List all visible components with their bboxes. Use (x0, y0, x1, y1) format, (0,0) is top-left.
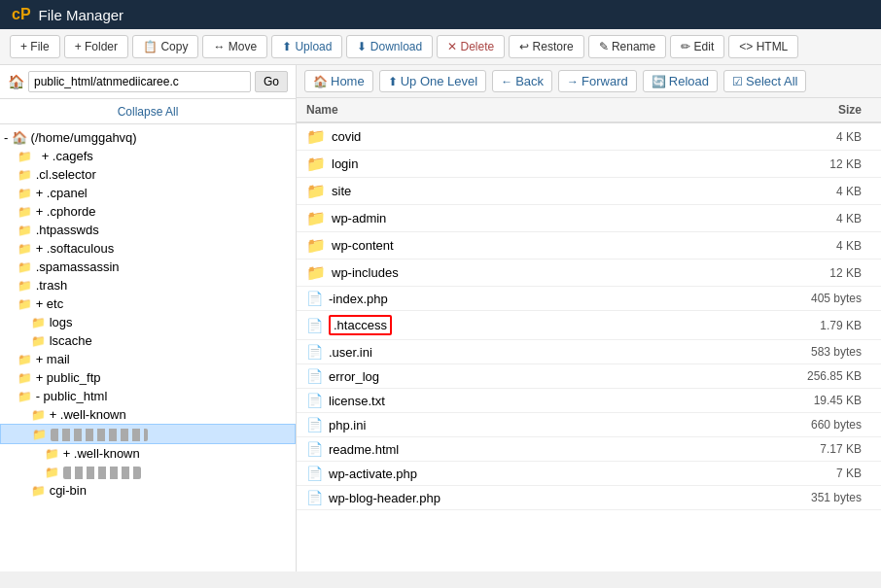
new-file-button[interactable]: + File (10, 35, 60, 58)
forward-button[interactable]: → Forward (558, 70, 637, 92)
tree-item-spamassassin[interactable]: 📁 .spamassassin (0, 258, 296, 276)
tree-item-subfolder[interactable]: 📁 (0, 463, 296, 481)
tree-item-cgi-bin[interactable]: 📁 cgi-bin (0, 481, 296, 500)
tree-item-public-html[interactable]: 📁 - public_html (0, 387, 296, 405)
tree-item-well-known-1[interactable]: 📁 + .well-known (0, 405, 296, 424)
tree-item-logs[interactable]: 📁 logs (0, 313, 296, 331)
folder-icon: 📁 (18, 205, 32, 219)
tree-item-htpasswds[interactable]: 📁 .htpasswds (0, 221, 296, 239)
file-name-label[interactable]: wp-blog-header.php (329, 491, 440, 505)
folder-icon: 📁 (18, 260, 32, 274)
tree-item-public-ftp[interactable]: 📁 + public_ftp (0, 368, 296, 387)
file-name-label[interactable]: wp-admin (332, 211, 386, 225)
collapse-all-link[interactable]: Collapse All (118, 105, 179, 119)
sidebar: 🏠 Go Collapse All - 🏠 (/home/umggahvq) 📁… (0, 65, 297, 571)
table-row[interactable]: 📁covid4 KB (297, 122, 881, 151)
reload-button[interactable]: 🔄 Reload (643, 70, 718, 92)
text-file-icon: 📄 (306, 368, 323, 384)
html-file-icon: 📄 (306, 441, 323, 457)
file-name-cell: 📄.htaccess (297, 311, 675, 340)
copy-button[interactable]: 📋 Copy (132, 35, 198, 58)
file-size-cell: 7.17 KB (675, 437, 881, 462)
table-row[interactable]: 📄license.txt19.45 KB (297, 389, 881, 413)
move-button[interactable]: ↔ Move (202, 35, 267, 58)
select-all-button[interactable]: ☑ Select All (723, 70, 806, 92)
table-row[interactable]: 📁site4 KB (297, 178, 881, 205)
table-row[interactable]: 📄php.ini660 bytes (297, 413, 881, 437)
tree-item-trash[interactable]: 📁 .trash (0, 276, 296, 294)
tree-item-cl-selector[interactable]: 📁 .cl.selector (0, 165, 296, 184)
table-row[interactable]: 📄readme.html7.17 KB (297, 437, 881, 462)
file-size-cell: 1.79 KB (675, 311, 881, 340)
file-name-cell: 📄readme.html (297, 437, 675, 462)
file-name-label[interactable]: covid (332, 129, 361, 144)
file-size-cell: 583 bytes (675, 340, 881, 364)
file-size-cell: 12 KB (675, 259, 881, 287)
table-row[interactable]: 📄.htaccess1.79 KB (297, 311, 881, 340)
delete-button[interactable]: ✕ Delete (437, 35, 505, 58)
table-row[interactable]: 📄wp-activate.php7 KB (297, 462, 881, 486)
file-name-label[interactable]: wp-includes (332, 265, 399, 280)
col-name: Name (297, 98, 675, 122)
php-file-icon: 📄 (306, 490, 323, 505)
folder-icon: 📁 (306, 182, 326, 200)
tree-item-cpanel[interactable]: 📁 + .cpanel (0, 184, 296, 202)
new-folder-button[interactable]: + Folder (64, 35, 128, 58)
table-row[interactable]: 📄wp-blog-header.php351 bytes (297, 486, 881, 510)
file-name-label[interactable]: error_log (329, 369, 379, 384)
file-size-cell: 4 KB (675, 232, 881, 259)
tree-item-mail[interactable]: 📁 + mail (0, 350, 296, 368)
upload-button[interactable]: ⬆ Upload (271, 35, 342, 58)
tree-label: + mail (36, 352, 70, 366)
tree-item-etc[interactable]: 📁 + etc (0, 294, 296, 313)
html-editor-button[interactable]: <> HTML (728, 35, 798, 58)
go-button[interactable]: Go (255, 71, 288, 92)
file-name-label[interactable]: readme.html (329, 442, 399, 457)
table-row[interactable]: 📁wp-admin4 KB (297, 205, 881, 232)
tree-item-cagefs[interactable]: 📁 + .cagefs (0, 147, 296, 165)
file-name-cell: 📁wp-includes (297, 259, 675, 287)
folder-icon: 📁 (32, 428, 47, 441)
folder-icon: 📁 (306, 236, 326, 255)
back-button[interactable]: ← Back (492, 70, 552, 92)
file-name-label[interactable]: login (332, 156, 358, 171)
sidebar-path-bar: 🏠 Go (0, 65, 296, 99)
file-name-label[interactable]: site (332, 184, 351, 198)
tree-item-cphorde[interactable]: 📁 + .cphorde (0, 202, 296, 221)
path-input[interactable] (28, 71, 251, 92)
rename-button[interactable]: ✎ Rename (588, 35, 667, 58)
tree-item-selected-folder[interactable]: 📁 (0, 424, 296, 444)
table-row[interactable]: 📄.user.ini583 bytes (297, 340, 881, 364)
tree-label: cgi-bin (50, 483, 87, 498)
folder-icon: 📁 (18, 390, 32, 403)
table-row[interactable]: 📁login12 KB (297, 151, 881, 178)
tree-item-softaculous[interactable]: 📁 + .softaculous (0, 239, 296, 258)
table-row[interactable]: 📄-index.php405 bytes (297, 287, 881, 311)
file-size-cell: 351 bytes (675, 486, 881, 510)
home-nav-button[interactable]: 🏠 Home (304, 70, 373, 92)
tree-label: .spamassassin (36, 259, 120, 274)
restore-button[interactable]: ↩ Restore (509, 35, 583, 58)
tree-item-label: (/home/umggahvq) (31, 130, 137, 145)
file-name-label[interactable]: -index.php (329, 292, 388, 306)
col-size: Size (675, 98, 881, 122)
table-row[interactable]: 📁wp-content4 KB (297, 232, 881, 259)
tree-item-lscache[interactable]: 📁 lscache (0, 331, 296, 350)
tree-label: + .cagefs (42, 149, 93, 163)
download-button[interactable]: ⬇ Download (346, 35, 433, 58)
tree-label: .cl.selector (36, 167, 96, 182)
file-name-label[interactable]: php.ini (329, 418, 366, 432)
file-name-label[interactable]: wp-content (332, 238, 394, 253)
folder-icon: 📁 (18, 371, 32, 385)
tree-label (51, 429, 148, 441)
file-name-label[interactable]: .htaccess (329, 315, 392, 335)
file-name-label[interactable]: license.txt (329, 394, 385, 408)
file-name-label[interactable]: .user.ini (329, 345, 372, 360)
file-name-label[interactable]: wp-activate.php (329, 467, 417, 481)
table-row[interactable]: 📁wp-includes12 KB (297, 259, 881, 287)
table-row[interactable]: 📄error_log256.85 KB (297, 364, 881, 389)
edit-button[interactable]: ✏ Edit (670, 35, 724, 58)
tree-item-root[interactable]: - 🏠 (/home/umggahvq) (0, 128, 296, 147)
tree-item-well-known-2[interactable]: 📁 + .well-known (0, 444, 296, 463)
up-one-level-button[interactable]: ⬆ Up One Level (379, 70, 487, 92)
